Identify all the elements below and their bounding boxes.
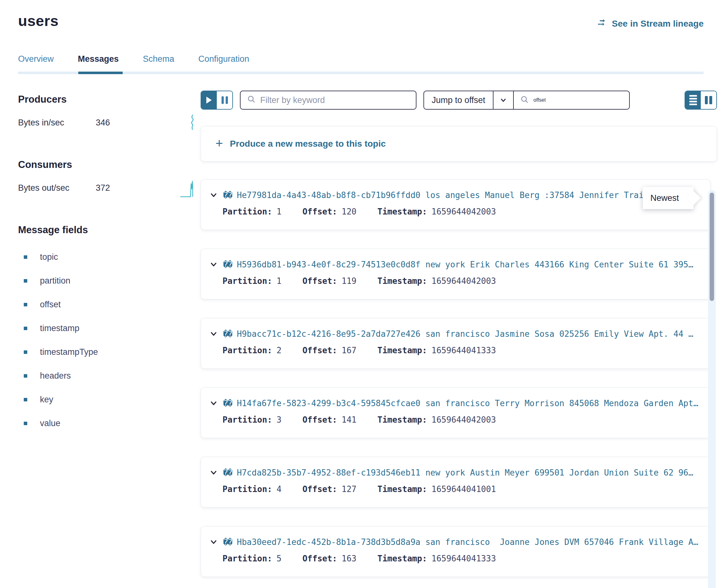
play-icon (206, 97, 212, 104)
message-list: �� He77981da-4a43-48ab-b8f8-cb71b96ffdd0… (201, 179, 710, 577)
timestamp-label: Timestamp: (377, 554, 427, 563)
key-glyph-icon: �� (223, 329, 232, 339)
offset-search-input[interactable]: offset (514, 91, 629, 109)
chevron-down-icon[interactable] (209, 260, 218, 269)
play-button[interactable] (201, 91, 217, 109)
message-row[interactable]: �� H9bacc71c-b12c-4216-8e95-2a7da727e426… (201, 318, 710, 369)
partition-value: 2 (277, 345, 282, 355)
field-item-value[interactable]: value (18, 419, 201, 428)
message-row[interactable]: �� He77981da-4a43-48ab-b8f8-cb71b96ffdd0… (201, 179, 710, 230)
offset-value: 127 (342, 484, 356, 494)
filter-placeholder: Filter by keyword (260, 96, 325, 105)
produce-message-button[interactable]: + Produce a new message to this topic (201, 126, 717, 162)
square-bullet-icon (24, 255, 27, 259)
message-key: H7cda825b-35b7-4952-88ef-c193d546eb11 ne… (237, 468, 693, 478)
page-title: users (18, 12, 59, 29)
field-item-timestamp[interactable]: timestamp (18, 323, 201, 333)
message-row[interactable]: �� Hba30eed7-1edc-452b-8b1a-738d3b5d8a9a… (201, 526, 710, 577)
tab-messages[interactable]: Messages (78, 54, 119, 71)
message-key: Hba30eed7-1edc-452b-8b1a-738d3b5d8a9a sa… (237, 537, 698, 547)
key-glyph-icon: �� (223, 190, 232, 200)
chevron-down-icon[interactable] (209, 191, 218, 200)
tab-overview[interactable]: Overview (18, 54, 54, 71)
key-glyph-icon: �� (223, 468, 232, 478)
offset-value: 167 (342, 345, 356, 355)
field-item-key[interactable]: key (18, 395, 201, 404)
field-label: offset (40, 300, 61, 310)
field-item-topic[interactable]: topic (18, 252, 201, 262)
message-fields-heading: Message fields (18, 224, 201, 236)
square-bullet-icon (24, 303, 27, 306)
chevron-down-icon[interactable] (209, 468, 218, 477)
offset-label: Offset: (302, 415, 337, 424)
tab-schema[interactable]: Schema (143, 54, 174, 71)
pause-icon (222, 96, 228, 104)
field-item-timestampType[interactable]: timestampType (18, 347, 201, 357)
chevron-down-icon[interactable] (209, 538, 218, 546)
partition-label: Partition: (223, 415, 272, 424)
producers-heading: Producers (18, 94, 201, 105)
search-icon (247, 95, 256, 106)
column-view-button[interactable] (701, 91, 716, 109)
timestamp-value: 1659644041001 (431, 484, 496, 494)
offset-label: Offset: (302, 276, 337, 286)
partition-value: 1 (277, 276, 282, 286)
field-label: timestampType (40, 347, 98, 357)
message-row[interactable]: �� H5936db81-b943-4e0f-8c29-74513e0c0d8f… (201, 249, 710, 299)
message-list-scrollbar[interactable] (708, 190, 716, 588)
timestamp-value: 1659644042003 (431, 207, 496, 216)
consumers-heading: Consumers (18, 159, 201, 170)
square-bullet-icon (24, 350, 27, 354)
field-item-offset[interactable]: offset (18, 300, 201, 310)
jump-label: Jump to offset (432, 96, 485, 105)
chevron-down-icon[interactable] (494, 91, 513, 109)
field-item-partition[interactable]: partition (18, 276, 201, 286)
message-fields-list: topic partition offset timestamp timesta… (18, 252, 201, 428)
square-bullet-icon (24, 279, 27, 282)
chevron-down-icon[interactable] (209, 330, 218, 338)
partition-label: Partition: (223, 345, 272, 355)
offset-label: Offset: (302, 207, 337, 216)
message-row[interactable]: �� H7cda825b-35b7-4952-88ef-c193d546eb11… (201, 457, 710, 507)
tab-configuration[interactable]: Configuration (199, 54, 249, 71)
messages-toolbar: Filter by keyword Jump to offset (201, 91, 717, 110)
chevron-down-icon[interactable] (209, 399, 218, 408)
produce-message-label: Produce a new message to this topic (230, 139, 386, 149)
timestamp-value: 1659644041333 (431, 345, 496, 355)
field-label: value (40, 419, 61, 428)
play-pause-toggle (201, 91, 233, 110)
timestamp-label: Timestamp: (377, 276, 427, 286)
partition-label: Partition: (223, 207, 272, 216)
offset-value: 120 (342, 207, 356, 216)
keyword-filter-input[interactable]: Filter by keyword (240, 91, 416, 110)
tab-underline-track (18, 71, 704, 74)
topic-page: users See in Stream lineage Overview Mes… (0, 0, 722, 588)
scrollbar-thumb[interactable] (710, 193, 714, 301)
key-glyph-icon: �� (223, 537, 232, 547)
bytes-out-metric: Bytes out/sec 372 (18, 183, 201, 203)
offset-value: 119 (342, 276, 356, 286)
message-row[interactable]: �� H14fa67fe-5823-4299-b3c4-595845cfcae0… (201, 387, 710, 438)
lineage-icon (597, 18, 608, 29)
field-label: partition (40, 276, 70, 286)
jump-to-offset-select[interactable]: Jump to offset (424, 91, 493, 109)
offset-value: 163 (342, 554, 356, 563)
field-label: headers (40, 371, 71, 381)
tab-bar: Overview Messages Schema Configuration (18, 54, 704, 71)
offset-label: Offset: (302, 345, 337, 355)
field-item-headers[interactable]: headers (18, 371, 201, 381)
timestamp-value: 1659644042003 (431, 276, 496, 286)
messages-panel: Filter by keyword Jump to offset (201, 74, 717, 588)
list-view-icon (689, 95, 697, 105)
list-view-button[interactable] (685, 91, 701, 109)
message-key: H14fa67fe-5823-4299-b3c4-595845cfcae0 sa… (237, 399, 698, 408)
partition-value: 1 (277, 207, 282, 216)
pause-button[interactable] (217, 91, 232, 109)
view-mode-toggle (685, 91, 717, 110)
offset-label: Offset: (302, 554, 337, 563)
stream-lineage-link[interactable]: See in Stream lineage (597, 18, 704, 29)
partition-label: Partition: (223, 554, 272, 563)
lineage-label: See in Stream lineage (612, 19, 704, 29)
square-bullet-icon (24, 327, 27, 330)
partition-value: 4 (277, 484, 282, 494)
